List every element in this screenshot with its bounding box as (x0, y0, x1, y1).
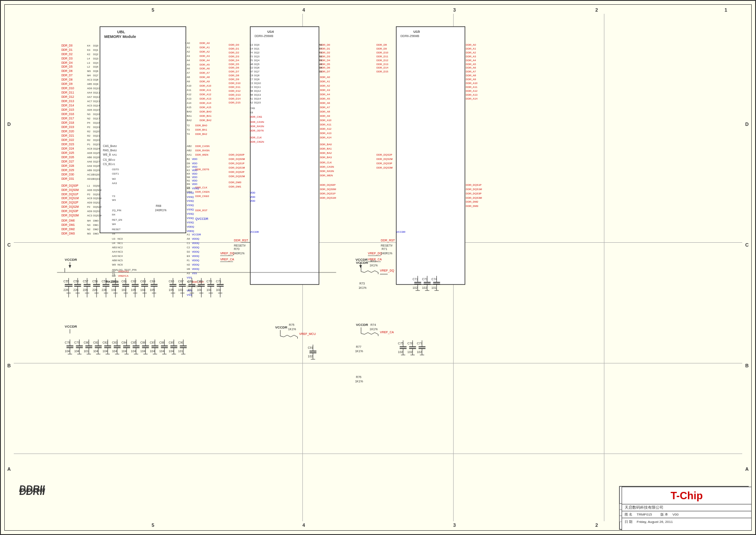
col-3-top: 3 (453, 7, 456, 13)
col-1-top: 1 (725, 7, 727, 13)
row-d-left: D (7, 122, 11, 127)
drawing-no-value: TRMF015 (637, 513, 660, 516)
col-5-top: 5 (152, 7, 154, 13)
border-outer (4, 4, 752, 531)
schematic-page: 5 4 3 2 1 5 4 3 2 1 D C B A D C B A UBL … (0, 0, 756, 535)
ddrii-label: DDRII (19, 483, 45, 494)
col-3-bottom: 3 (453, 522, 456, 528)
col-4-bottom: 4 (302, 522, 305, 528)
col-2-bottom: 2 (595, 522, 598, 528)
row-a-right: A (745, 466, 749, 472)
col-2-top: 2 (595, 7, 598, 13)
hdiv-3 (14, 454, 742, 454)
row-a-left: A (7, 466, 11, 472)
row-b-right: B (745, 363, 749, 368)
date-label: 日 期 (625, 519, 637, 524)
vdiv-3 (604, 14, 604, 521)
drawing-no-label: 图 名 (625, 512, 637, 517)
row-c-right: C (745, 242, 749, 247)
vdiv-2 (453, 14, 454, 521)
drawing-number-row: 图 名 TRMF015 版 本 V00 (622, 511, 751, 518)
hdiv-1 (14, 242, 742, 243)
col-4-top: 4 (302, 7, 305, 13)
date-row: 日 期 Friday, August 26, 2011 (622, 518, 751, 525)
company-chinese: 天启数码科技有限公司 (622, 504, 751, 511)
hdiv-2 (14, 363, 742, 363)
date-value: Friday, August 26, 2011 (637, 520, 673, 524)
row-d-right: D (745, 122, 749, 127)
vdiv-1 (302, 14, 303, 521)
version-value: V00 (672, 513, 678, 516)
company-logo: T-Chip (671, 490, 703, 502)
row-b-left: B (7, 363, 11, 368)
version-label: 版 本 (660, 512, 672, 517)
title-block: T-Chip 天启数码科技有限公司 图 名 TRMF015 版 本 V00 日 … (622, 487, 752, 531)
col-5-bottom: 5 (152, 522, 154, 528)
row-c-left: C (7, 242, 11, 247)
